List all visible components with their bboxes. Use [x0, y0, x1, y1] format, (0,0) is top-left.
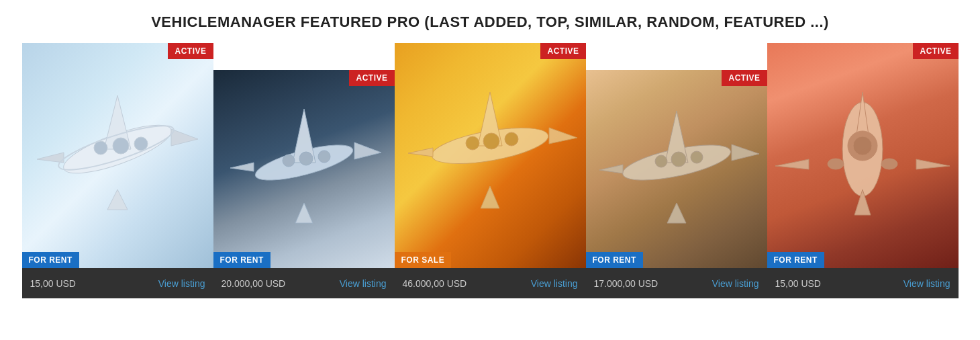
listing-card-5: ACTIVEFOR RENT15,00 USDView listing — [767, 43, 959, 298]
active-badge: ACTIVE — [722, 70, 767, 86]
card-price: 17.000,00 USD — [594, 278, 712, 289]
svg-point-40 — [828, 159, 844, 169]
svg-point-22 — [483, 133, 499, 149]
listing-card-1: ACTIVEFOR RENT15,00 USDView listing — [22, 43, 213, 298]
card-footer: 17.000,00 USDView listing — [586, 268, 767, 298]
svg-point-31 — [655, 155, 667, 167]
svg-marker-21 — [481, 186, 499, 208]
svg-marker-13 — [295, 203, 313, 223]
svg-marker-11 — [230, 163, 254, 171]
card-price: 46.000,00 USD — [403, 278, 531, 289]
active-badge: ACTIVE — [349, 70, 394, 86]
listing-card-3: ACTIVEFOR SALE46.000,00 USDView listing — [395, 43, 586, 298]
svg-marker-18 — [549, 128, 577, 144]
svg-marker-29 — [667, 203, 686, 223]
card-footer: 15,00 USDView listing — [22, 268, 213, 298]
view-listing-button[interactable]: View listing — [531, 278, 578, 289]
active-badge: ACTIVE — [540, 43, 585, 59]
listing-type-badge: FOR RENT — [586, 252, 643, 268]
listing-type-badge: FOR SALE — [395, 252, 452, 268]
svg-point-39 — [853, 136, 872, 155]
svg-marker-1 — [171, 129, 198, 146]
svg-marker-2 — [37, 153, 64, 163]
active-badge: ACTIVE — [913, 43, 958, 59]
svg-marker-4 — [107, 189, 128, 210]
view-listing-button[interactable]: View listing — [903, 278, 950, 289]
svg-point-16 — [318, 151, 330, 163]
svg-marker-26 — [732, 144, 759, 161]
svg-marker-27 — [599, 165, 623, 173]
view-listing-button[interactable]: View listing — [712, 278, 759, 289]
listing-type-badge: FOR RENT — [213, 252, 271, 268]
view-listing-button[interactable]: View listing — [340, 278, 387, 289]
svg-point-14 — [299, 152, 313, 165]
svg-point-15 — [283, 155, 295, 167]
svg-marker-35 — [916, 159, 950, 169]
svg-point-30 — [671, 152, 686, 167]
svg-point-23 — [466, 136, 479, 150]
active-badge: ACTIVE — [168, 43, 213, 59]
svg-point-7 — [134, 137, 148, 151]
svg-point-32 — [691, 151, 703, 163]
card-price: 20.000,00 USD — [222, 278, 340, 289]
svg-point-5 — [113, 138, 129, 154]
listing-card-4: ACTIVEFOR RENT17.000,00 USDView listing — [586, 70, 767, 298]
svg-point-6 — [94, 141, 107, 155]
view-listing-button[interactable]: View listing — [158, 278, 205, 289]
card-footer: 20.000,00 USDView listing — [213, 268, 395, 298]
svg-marker-19 — [408, 148, 433, 157]
card-price: 15,00 USD — [775, 278, 903, 289]
svg-point-24 — [505, 132, 518, 146]
card-footer: 46.000,00 USDView listing — [395, 268, 586, 298]
cards-container: ACTIVEFOR RENT15,00 USDView listing ACTI… — [13, 43, 967, 298]
svg-marker-34 — [775, 159, 809, 169]
card-image-5 — [767, 43, 959, 268]
card-image-2 — [213, 70, 395, 268]
card-image-4 — [586, 70, 767, 268]
card-price: 15,00 USD — [30, 278, 158, 289]
svg-marker-10 — [354, 142, 381, 159]
card-image-3 — [395, 43, 586, 268]
page-title: VEHICLEMANAGER FEATURED PRO (LAST ADDED,… — [13, 13, 967, 31]
card-footer: 15,00 USDView listing — [767, 268, 959, 298]
listing-type-badge: FOR RENT — [22, 252, 79, 268]
listing-card-2: ACTIVEFOR RENT20.000,00 USDView listing — [213, 70, 395, 298]
svg-point-41 — [881, 159, 897, 169]
listing-type-badge: FOR RENT — [767, 252, 824, 268]
card-image-1 — [22, 43, 213, 268]
